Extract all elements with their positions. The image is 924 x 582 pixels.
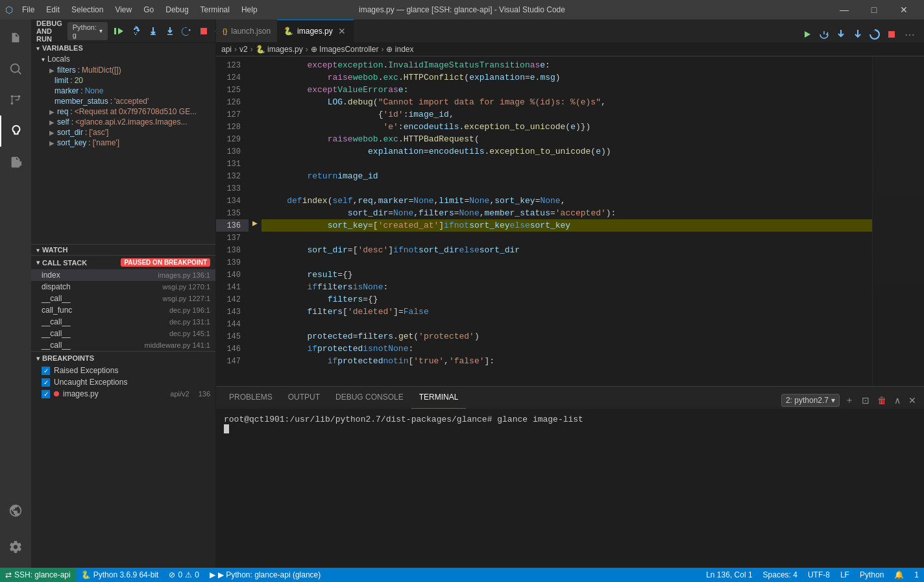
bp-checkbox-uncaught[interactable] — [42, 378, 50, 387]
callstack-item-dispatch[interactable]: dispatch wsgi.py 1270:1 — [31, 281, 215, 293]
code-line-136[interactable]: sort_key = ['created_at'] if not sort_ke… — [261, 219, 872, 232]
callstack-item-call2[interactable]: __call__ dec.py 131:1 — [31, 316, 215, 328]
breadcrumb-controller[interactable]: ⊕ ImagesController — [311, 45, 379, 54]
breakpoints-header[interactable]: ▾ BREAKPOINTS — [31, 352, 215, 365]
panel-tab-debug-console[interactable]: DEBUG CONSOLE — [328, 386, 411, 409]
close-button[interactable]: ✕ — [889, 0, 919, 19]
menu-help[interactable]: Help — [236, 4, 263, 16]
split-terminal-button[interactable]: ⊡ — [859, 394, 872, 407]
code-line-139[interactable] — [261, 256, 872, 269]
menu-go[interactable]: Go — [138, 4, 159, 16]
var-member-status[interactable]: member_status : 'accepted' — [31, 96, 215, 106]
menu-terminal[interactable]: Terminal — [195, 4, 235, 16]
code-line-133[interactable] — [261, 182, 872, 195]
minimize-button[interactable]: ― — [829, 0, 859, 19]
code-line-128[interactable]: 'e': encodeutils.exception_to_unicode(e)… — [261, 121, 872, 133]
code-line-131[interactable] — [261, 158, 872, 170]
callstack-item-call1[interactable]: __call__ wsgi.py 1227:1 — [31, 293, 215, 304]
activity-explorer[interactable] — [0, 22, 31, 53]
menu-edit[interactable]: Edit — [41, 4, 65, 16]
maximize-button[interactable]: □ — [859, 0, 889, 19]
editor-step-into[interactable] — [833, 27, 849, 42]
terminal-selector[interactable]: 2: python2.7 ▾ — [781, 394, 840, 407]
close-panel-button[interactable]: ✕ — [906, 394, 919, 407]
status-language[interactable]: Python — [855, 568, 889, 582]
status-position[interactable]: Ln 136, Col 1 — [701, 568, 757, 582]
code-line-135[interactable]: sort_dir=None, filters=None, member_stat… — [261, 207, 872, 219]
breadcrumb-index[interactable]: ⊕ index — [386, 45, 413, 54]
code-line-143[interactable]: filters['deleted'] = False — [261, 306, 872, 318]
code-line-127[interactable]: {'id': image_id, — [261, 108, 872, 121]
code-line-126[interactable]: LOG.debug("Cannot import data for image … — [261, 96, 872, 108]
maximize-panel-button[interactable]: ∧ — [892, 394, 903, 407]
code-line-125[interactable]: except ValueError as e: — [261, 84, 872, 96]
code-line-142[interactable]: filters = {} — [261, 293, 872, 306]
activity-remote[interactable] — [0, 495, 31, 526]
code-line-137[interactable] — [261, 232, 872, 244]
callstack-item-call3[interactable]: __call__ dec.py 145:1 — [31, 328, 215, 339]
terminal-content[interactable]: root@qctl901:/usr/lib/python2.7/dist-pac… — [216, 409, 924, 568]
status-line-ending[interactable]: LF — [835, 568, 855, 582]
var-filters[interactable]: ▶ filters : MultiDict([]) — [31, 65, 215, 75]
code-line-124[interactable]: raise webob.exc.HTTPConflict(explanation… — [261, 71, 872, 84]
var-self[interactable]: ▶ self : <glance.api.v2.images.Images... — [31, 117, 215, 127]
code-line-123[interactable]: except exception.InvalidImageStatusTrans… — [261, 59, 872, 71]
status-spaces[interactable]: Spaces: 4 — [758, 568, 803, 582]
code-line-132[interactable]: return image_id — [261, 170, 872, 182]
locals-header[interactable]: ▾ Locals — [31, 53, 215, 65]
trash-terminal-button[interactable]: 🗑 — [875, 394, 889, 407]
panel-tab-terminal[interactable]: TERMINAL — [411, 386, 467, 409]
bp-checkbox-images[interactable] — [42, 390, 50, 398]
step-out-button[interactable] — [162, 23, 178, 39]
code-line-145[interactable]: protected = filters.get('protected') — [261, 330, 872, 343]
python-config-selector[interactable]: Python: g ▾ — [67, 22, 108, 40]
status-python-version[interactable]: 🐍 Python 3.6.9 64-bit — [76, 568, 164, 582]
activity-extensions[interactable] — [0, 147, 31, 178]
code-line-144[interactable] — [261, 318, 872, 330]
continue-button[interactable] — [112, 23, 127, 39]
breadcrumb-v2[interactable]: v2 — [239, 45, 248, 54]
bp-uncaught-exceptions[interactable]: Uncaught Exceptions — [31, 376, 215, 388]
status-remote-count[interactable]: 1 — [909, 568, 924, 582]
tab-close-button[interactable]: ✕ — [337, 26, 347, 36]
variables-header[interactable]: ▾ VARIABLES — [31, 43, 215, 53]
status-encoding[interactable]: UTF-8 — [803, 568, 835, 582]
code-line-130[interactable]: explanation=encodeutils.exception_to_uni… — [261, 145, 872, 158]
tab-launch-json[interactable]: {} launch.json — [216, 19, 277, 42]
var-limit[interactable]: limit : 20 — [31, 75, 215, 86]
editor-stop[interactable] — [884, 27, 899, 42]
status-notifications[interactable]: 🔔 — [889, 568, 909, 582]
status-ssh[interactable]: ⇄ SSH: glance-api — [0, 568, 76, 582]
code-line-129[interactable]: raise webob.exc.HTTPBadRequest( — [261, 133, 872, 145]
editor-step-out[interactable] — [850, 27, 866, 42]
status-errors[interactable]: ⊘ 0 ⚠ 0 — [164, 568, 204, 582]
menu-file[interactable]: File — [17, 4, 40, 16]
var-req[interactable]: ▶ req : <Request at 0x7f976708d510 GE... — [31, 106, 215, 117]
breadcrumb-images-py[interactable]: 🐍 images.py — [256, 45, 303, 54]
var-sort-key[interactable]: ▶ sort_key : ['name'] — [31, 138, 215, 148]
code-line-146[interactable]: if protected is not None: — [261, 343, 872, 355]
editor-step-over[interactable] — [816, 27, 832, 42]
editor-debug-continue[interactable] — [799, 27, 815, 42]
code-line-140[interactable]: result = {} — [261, 269, 872, 281]
code-line-141[interactable]: if filters is None: — [261, 281, 872, 293]
bp-images-py[interactable]: images.py api/v2 136 — [31, 388, 215, 400]
callstack-item-callfunc[interactable]: call_func dec.py 196:1 — [31, 304, 215, 316]
breadcrumb-api[interactable]: api — [221, 45, 232, 54]
call-stack-header[interactable]: ▾ CALL STACK PAUSED ON BREAKPOINT — [31, 256, 215, 269]
code-line-134[interactable]: def index(self, req, marker=None, limit=… — [261, 195, 872, 207]
code-line-138[interactable]: sort_dir = ['desc'] if not sort_dir else… — [261, 244, 872, 256]
callstack-item-call4[interactable]: __call__ middleware.py 141:1 — [31, 339, 215, 351]
activity-debug[interactable] — [0, 115, 31, 147]
bp-raised-exceptions[interactable]: Raised Exceptions — [31, 365, 215, 376]
menu-view[interactable]: View — [110, 4, 137, 16]
menu-selection[interactable]: Selection — [66, 4, 108, 16]
status-debug-run[interactable]: ▶ ▶ Python: glance-api (glance) — [204, 568, 326, 582]
stop-button[interactable] — [196, 23, 212, 39]
var-sort-dir[interactable]: ▶ sort_dir : ['asc'] — [31, 127, 215, 138]
editor-restart[interactable] — [867, 27, 882, 42]
step-into-button[interactable] — [145, 23, 161, 39]
watch-header[interactable]: ▾ WATCH — [31, 245, 215, 255]
panel-tab-problems[interactable]: PROBLEMS — [221, 386, 280, 409]
menu-debug[interactable]: Debug — [160, 4, 193, 16]
